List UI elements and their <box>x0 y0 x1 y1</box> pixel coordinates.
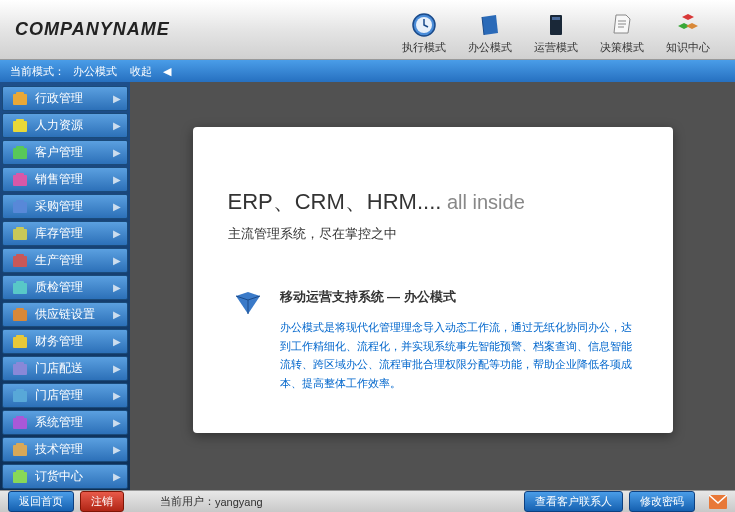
contact-button[interactable]: 查看客户联系人 <box>524 491 623 512</box>
chevron-right-icon: ▶ <box>113 363 121 374</box>
module-icon <box>11 198 29 216</box>
sidebar-item[interactable]: 门店配送▶ <box>2 356 128 381</box>
sidebar-item-label: 财务管理 <box>35 333 83 350</box>
sidebar-item-label: 门店配送 <box>35 360 83 377</box>
svg-rect-8 <box>13 148 27 159</box>
svg-rect-27 <box>16 389 24 392</box>
home-button[interactable]: 返回首页 <box>8 491 74 512</box>
chevron-right-icon: ▶ <box>113 444 121 455</box>
collapse-button[interactable]: 收起 ◀ <box>130 64 171 79</box>
svg-rect-23 <box>16 335 24 338</box>
sidebar-item-label: 系统管理 <box>35 414 83 431</box>
user-value: yangyang <box>215 496 263 508</box>
nav-office-mode[interactable]: 办公模式 <box>458 9 522 57</box>
svg-rect-24 <box>13 364 27 375</box>
paper-icon <box>608 11 636 39</box>
sidebar-item-label: 行政管理 <box>35 90 83 107</box>
svg-rect-11 <box>16 173 24 176</box>
sidebar-item-label: 人力资源 <box>35 117 83 134</box>
svg-rect-17 <box>16 254 24 257</box>
module-icon <box>11 387 29 405</box>
sidebar-item-label: 供应链设置 <box>35 306 95 323</box>
card-subtitle: 主流管理系统，尽在掌控之中 <box>228 225 638 243</box>
module-icon <box>11 225 29 243</box>
chevron-right-icon: ▶ <box>113 147 121 158</box>
mail-icon[interactable] <box>709 495 727 509</box>
svg-rect-21 <box>16 308 24 311</box>
nav-label: 执行模式 <box>402 40 446 55</box>
svg-rect-25 <box>16 362 24 365</box>
nav-label: 决策模式 <box>600 40 644 55</box>
svg-rect-4 <box>13 94 27 105</box>
nav-ops-mode[interactable]: 运营模式 <box>524 9 588 57</box>
sidebar-item-label: 客户管理 <box>35 144 83 161</box>
nav-knowledge[interactable]: 知识中心 <box>656 9 720 57</box>
chevron-right-icon: ▶ <box>113 390 121 401</box>
svg-rect-16 <box>13 256 27 267</box>
sidebar-item[interactable]: 订货中心▶ <box>2 464 128 489</box>
mode-value: 办公模式 <box>73 64 117 79</box>
sidebar-item[interactable]: 供应链设置▶ <box>2 302 128 327</box>
sidebar-item[interactable]: 人力资源▶ <box>2 113 128 138</box>
svg-rect-31 <box>16 443 24 446</box>
svg-rect-14 <box>13 229 27 240</box>
book-dark-icon <box>542 11 570 39</box>
chevron-right-icon: ▶ <box>113 120 121 131</box>
logout-button[interactable]: 注销 <box>80 491 124 512</box>
sidebar-item-label: 销售管理 <box>35 171 83 188</box>
svg-rect-28 <box>13 418 27 429</box>
svg-rect-19 <box>16 281 24 284</box>
change-password-button[interactable]: 修改密码 <box>629 491 695 512</box>
sidebar-item[interactable]: 技术管理▶ <box>2 437 128 462</box>
module-icon <box>11 117 29 135</box>
svg-rect-29 <box>16 416 24 419</box>
sidebar-item[interactable]: 客户管理▶ <box>2 140 128 165</box>
clock-icon <box>410 11 438 39</box>
nav-label: 知识中心 <box>666 40 710 55</box>
svg-rect-12 <box>13 202 27 213</box>
card-description: 办公模式是将现代化管理理念导入动态工作流，通过无纸化协同办公，达到工作精细化、流… <box>280 318 638 393</box>
footer: 返回首页 注销 当前用户： yangyang 查看客户联系人 修改密码 <box>0 490 735 512</box>
chevron-right-icon: ▶ <box>113 282 121 293</box>
svg-rect-10 <box>13 175 27 186</box>
diamond-icon <box>228 288 268 318</box>
svg-rect-33 <box>16 470 24 473</box>
sidebar-item[interactable]: 门店管理▶ <box>2 383 128 408</box>
chevron-right-icon: ▶ <box>113 255 121 266</box>
svg-rect-30 <box>13 445 27 456</box>
sidebar-item-label: 质检管理 <box>35 279 83 296</box>
sidebar-item-label: 采购管理 <box>35 198 83 215</box>
sidebar-item[interactable]: 行政管理▶ <box>2 86 128 111</box>
module-icon <box>11 360 29 378</box>
sidebar-item[interactable]: 库存管理▶ <box>2 221 128 246</box>
mode-bar: 当前模式： 办公模式 收起 ◀ <box>0 60 735 82</box>
svg-rect-13 <box>16 200 24 203</box>
module-icon <box>11 333 29 351</box>
nav-label: 运营模式 <box>534 40 578 55</box>
sidebar-item[interactable]: 销售管理▶ <box>2 167 128 192</box>
sidebar-item[interactable]: 质检管理▶ <box>2 275 128 300</box>
sidebar-item-label: 生产管理 <box>35 252 83 269</box>
cubes-icon <box>674 11 702 39</box>
chevron-right-icon: ▶ <box>113 228 121 239</box>
sidebar-item[interactable]: 生产管理▶ <box>2 248 128 273</box>
sidebar-item[interactable]: 系统管理▶ <box>2 410 128 435</box>
sidebar-item-label: 门店管理 <box>35 387 83 404</box>
sidebar-item-label: 订货中心 <box>35 468 83 485</box>
nav-decision-mode[interactable]: 决策模式 <box>590 9 654 57</box>
mode-label: 当前模式： <box>10 64 65 79</box>
nav-exec-mode[interactable]: 执行模式 <box>392 9 456 57</box>
svg-rect-20 <box>13 310 27 321</box>
svg-rect-3 <box>552 17 560 20</box>
svg-rect-32 <box>13 472 27 483</box>
chevron-right-icon: ▶ <box>113 174 121 185</box>
sidebar-item[interactable]: 采购管理▶ <box>2 194 128 219</box>
module-icon <box>11 252 29 270</box>
user-label: 当前用户： <box>160 494 215 509</box>
chevron-right-icon: ▶ <box>113 336 121 347</box>
chevron-right-icon: ▶ <box>113 471 121 482</box>
svg-rect-7 <box>16 119 24 122</box>
chevron-right-icon: ▶ <box>113 93 121 104</box>
sidebar-item[interactable]: 财务管理▶ <box>2 329 128 354</box>
chevron-right-icon: ▶ <box>113 201 121 212</box>
